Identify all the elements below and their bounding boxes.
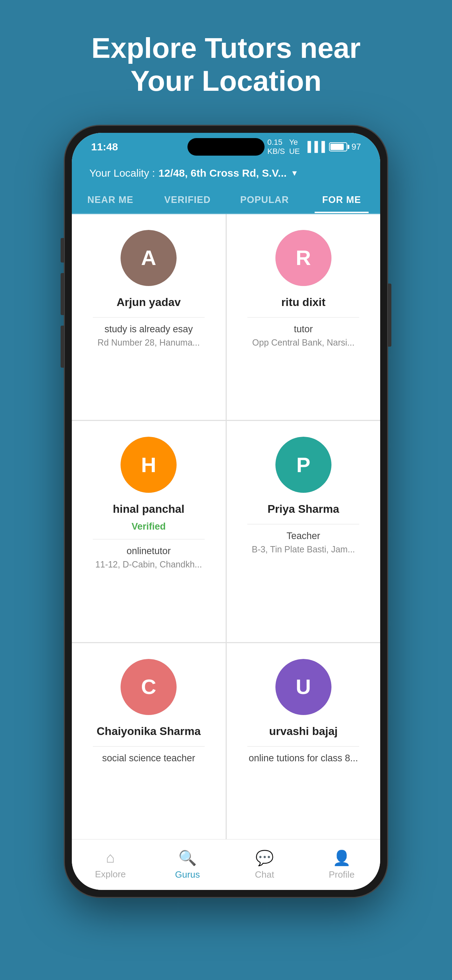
- tutor-location-2: Opp Central Bank, Narsi...: [252, 337, 355, 348]
- tutor-role-1: study is already esay: [104, 324, 193, 335]
- tutor-card-5[interactable]: C Chaiyonika Sharma social science teach…: [72, 643, 226, 839]
- nav-profile[interactable]: 👤 Profile: [303, 846, 380, 884]
- tutor-name-4: Priya Sharma: [267, 503, 339, 515]
- tutor-card-4[interactable]: P Priya Sharma Teacher B-3, Tin Plate Ba…: [227, 421, 380, 642]
- tutor-role-2: tutor: [294, 324, 313, 335]
- nav-profile-label: Profile: [329, 869, 355, 880]
- tutor-name-1: Arjun yadav: [117, 296, 181, 309]
- chat-icon: 💬: [255, 849, 274, 866]
- tutor-role-6: online tutions for class 8...: [249, 753, 358, 764]
- chevron-down-icon: ▾: [292, 167, 297, 178]
- nav-gurus-label: Gurus: [175, 869, 200, 880]
- battery-percent: 97: [352, 142, 361, 152]
- tutor-card-2[interactable]: R ritu dixit tutor Opp Central Bank, Nar…: [227, 214, 380, 420]
- avatar-chaiyonika: C: [121, 659, 177, 715]
- avatar-ritu: R: [275, 230, 331, 286]
- nav-chat-label: Chat: [255, 869, 274, 880]
- nav-explore[interactable]: ⌂ Explore: [72, 846, 149, 883]
- search-icon: 🔍: [178, 849, 197, 866]
- nav-chat[interactable]: 💬 Chat: [226, 846, 303, 884]
- tutor-card-1[interactable]: A Arjun yadav study is already esay Rd N…: [72, 214, 226, 420]
- tutor-role-5: social science teacher: [102, 753, 195, 764]
- phone-screen: 11:48 0.15KB/S YeUE ▐▐▐ 97 Your Locality…: [72, 133, 380, 890]
- divider-5: [93, 746, 205, 746]
- divider-2: [247, 317, 359, 318]
- nav-gurus[interactable]: 🔍 Gurus: [149, 846, 226, 884]
- avatar-urvashi: U: [275, 659, 331, 715]
- tutors-content: A Arjun yadav study is already esay Rd N…: [72, 214, 380, 839]
- profile-icon: 👤: [333, 849, 351, 866]
- tab-for-me[interactable]: FOR ME: [303, 187, 380, 213]
- tutor-card-3[interactable]: H hinal panchal Verified onlinetutor 11-…: [72, 421, 226, 642]
- status-network-type: YeUE: [289, 138, 300, 156]
- location-bar[interactable]: Your Locality : 12/48, 6th Cross Rd, S.V…: [72, 161, 380, 187]
- status-right: 0.15KB/S YeUE ▐▐▐ 97: [267, 138, 361, 156]
- signal-icon: ▐▐▐: [304, 141, 325, 153]
- status-network-text: 0.15KB/S: [267, 138, 285, 156]
- bottom-nav: ⌂ Explore 🔍 Gurus 💬 Chat 👤 Profile: [72, 839, 380, 890]
- tutor-location-3: 11-12, D-Cabin, Chandkh...: [95, 559, 202, 570]
- avatar-arjun: A: [121, 230, 177, 286]
- tutor-card-6[interactable]: U urvashi bajaj online tutions for class…: [227, 643, 380, 839]
- tutor-name-2: ritu dixit: [282, 296, 326, 309]
- tutor-name-3: hinal panchal: [113, 503, 184, 515]
- status-bar: 11:48 0.15KB/S YeUE ▐▐▐ 97: [72, 133, 380, 161]
- camera-notch: [188, 138, 264, 156]
- tutor-name-6: urvashi bajaj: [269, 725, 338, 738]
- location-label: Your Locality :: [89, 167, 155, 179]
- avatar-priya: P: [275, 437, 331, 493]
- tutor-location-4: B-3, Tin Plate Basti, Jam...: [251, 544, 355, 555]
- tutors-grid: A Arjun yadav study is already esay Rd N…: [72, 214, 380, 839]
- page-title: Explore Tutors near Your Location: [70, 32, 382, 98]
- divider-4: [247, 524, 359, 524]
- divider-1: [93, 317, 205, 318]
- tab-near-me[interactable]: NEAR ME: [72, 187, 149, 213]
- tutor-location-1: Rd Number 28, Hanuma...: [97, 337, 200, 348]
- phone-mockup: 11:48 0.15KB/S YeUE ▐▐▐ 97 Your Locality…: [65, 126, 387, 897]
- nav-explore-label: Explore: [95, 869, 126, 880]
- verified-badge-3: Verified: [131, 521, 166, 532]
- tab-popular[interactable]: POPULAR: [226, 187, 303, 213]
- tutor-role-3: onlinetutor: [126, 546, 170, 557]
- divider-6: [247, 746, 359, 746]
- avatar-hinal: H: [121, 437, 177, 493]
- tab-verified[interactable]: VERIFIED: [149, 187, 226, 213]
- tutor-name-5: Chaiyonika Sharma: [97, 725, 201, 738]
- home-icon: ⌂: [106, 849, 115, 866]
- divider-3: [93, 539, 205, 539]
- location-value: 12/48, 6th Cross Rd, S.V...: [158, 167, 286, 179]
- status-time: 11:48: [91, 141, 118, 153]
- tab-bar: NEAR ME VERIFIED POPULAR FOR ME: [72, 187, 380, 214]
- battery-icon: [329, 142, 347, 151]
- tutor-role-4: Teacher: [286, 531, 320, 541]
